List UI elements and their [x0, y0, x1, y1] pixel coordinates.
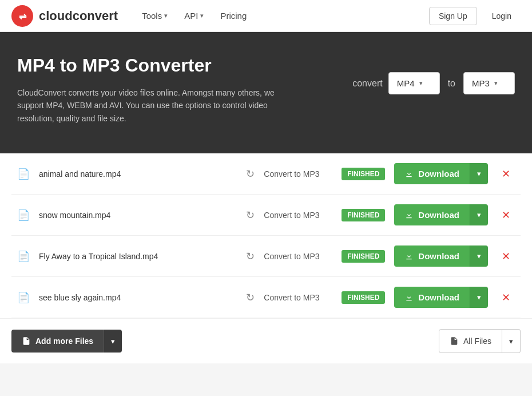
to-label: to	[446, 78, 458, 89]
file-name: animal and nature.mp4	[39, 169, 237, 179]
download-icon	[404, 211, 414, 220]
file-name: snow mountain.mp4	[39, 211, 237, 220]
add-files-dropdown-button[interactable]: ▾	[104, 330, 122, 353]
download-dropdown-button[interactable]: ▾	[470, 245, 488, 267]
download-button-group: Download ▾	[394, 204, 488, 225]
convert-label: convert	[352, 78, 382, 89]
all-files-dropdown-button[interactable]: ▾	[502, 329, 521, 353]
convert-label-row: Convert to MP3	[264, 293, 332, 302]
convert-label-row: Convert to MP3	[264, 252, 332, 261]
to-format-select[interactable]: MP3 ▾	[463, 72, 515, 94]
all-files-icon	[450, 336, 459, 346]
download-icon	[404, 293, 414, 302]
navbar: ⇌ cloudconvert Tools ▾ API ▾ Pricing Sig…	[0, 0, 532, 32]
remove-button[interactable]: ✕	[497, 164, 515, 184]
remove-button[interactable]: ✕	[497, 247, 515, 266]
download-dropdown-button[interactable]: ▾	[470, 287, 488, 308]
convert-label-row: Convert to MP3	[264, 169, 332, 179]
add-files-icon	[22, 336, 31, 346]
add-files-btn-group: Add more Files ▾	[11, 330, 122, 353]
download-icon	[404, 252, 414, 261]
download-button-group: Download ▾	[394, 245, 488, 267]
table-row: 📄 see blue sly again.mp4 ↻ Convert to MP…	[11, 277, 521, 318]
download-dropdown-button[interactable]: ▾	[470, 204, 488, 225]
refresh-icon[interactable]: ↻	[246, 168, 255, 180]
hero-right: convert MP4 ▾ to MP3 ▾	[352, 55, 515, 94]
to-format-chevron-icon: ▾	[494, 80, 498, 87]
login-button[interactable]: Login	[483, 7, 521, 25]
footer-actions: Add more Files ▾ All Files ▾	[0, 318, 532, 363]
all-files-button[interactable]: All Files	[439, 329, 502, 353]
file-list-section: 📄 animal and nature.mp4 ↻ Convert to MP3…	[0, 153, 532, 318]
download-button-group: Download ▾	[394, 163, 488, 184]
download-button[interactable]: Download	[394, 163, 470, 184]
download-button-group: Download ▾	[394, 287, 488, 308]
nav-pricing[interactable]: Pricing	[213, 6, 253, 25]
download-button[interactable]: Download	[394, 287, 470, 308]
download-button[interactable]: Download	[394, 245, 470, 267]
status-badge: FINISHED	[342, 250, 385, 263]
file-icon: 📄	[17, 291, 30, 304]
status-badge: FINISHED	[342, 168, 385, 180]
hero-section: MP4 to MP3 Converter CloudConvert conver…	[0, 32, 532, 153]
tools-chevron-icon: ▾	[164, 12, 168, 19]
signup-button[interactable]: Sign Up	[429, 7, 477, 25]
download-icon	[404, 169, 414, 179]
refresh-icon[interactable]: ↻	[246, 209, 255, 221]
remove-button[interactable]: ✕	[497, 205, 515, 225]
brand-name: cloudconvert	[39, 9, 118, 23]
refresh-icon[interactable]: ↻	[246, 250, 255, 263]
status-badge: FINISHED	[342, 209, 385, 221]
refresh-icon[interactable]: ↻	[246, 291, 255, 304]
brand-logo-link[interactable]: ⇌ cloudconvert	[11, 5, 118, 27]
download-button[interactable]: Download	[394, 204, 470, 225]
file-name: Fly Away to a Tropical Island.mp4	[39, 252, 237, 261]
add-files-button[interactable]: Add more Files	[11, 330, 104, 353]
status-badge: FINISHED	[342, 291, 385, 304]
nav-api[interactable]: API ▾	[177, 6, 211, 25]
page-title: MP4 to MP3 Converter	[17, 55, 280, 76]
hero-description: CloudConvert converts your video files o…	[17, 86, 280, 125]
all-files-btn-group: All Files ▾	[439, 329, 521, 353]
table-row: 📄 animal and nature.mp4 ↻ Convert to MP3…	[11, 153, 521, 195]
file-name: see blue sly again.mp4	[39, 293, 237, 302]
file-icon: 📄	[17, 209, 30, 221]
nav-links: Tools ▾ API ▾ Pricing	[135, 6, 429, 25]
file-icon: 📄	[17, 250, 30, 263]
file-icon: 📄	[17, 168, 30, 180]
nav-right: Sign Up Login	[429, 7, 521, 25]
svg-text:⇌: ⇌	[19, 11, 27, 21]
api-chevron-icon: ▾	[200, 12, 204, 19]
convert-label-row: Convert to MP3	[264, 211, 332, 220]
remove-button[interactable]: ✕	[497, 288, 515, 307]
hero-left: MP4 to MP3 Converter CloudConvert conver…	[17, 55, 280, 125]
nav-tools[interactable]: Tools ▾	[135, 6, 174, 25]
table-row: 📄 Fly Away to a Tropical Island.mp4 ↻ Co…	[11, 236, 521, 277]
brand-logo-icon: ⇌	[11, 5, 33, 27]
table-row: 📄 snow mountain.mp4 ↻ Convert to MP3 FIN…	[11, 195, 521, 236]
download-dropdown-button[interactable]: ▾	[470, 163, 488, 184]
from-format-chevron-icon: ▾	[419, 80, 423, 87]
from-format-select[interactable]: MP4 ▾	[388, 72, 440, 94]
